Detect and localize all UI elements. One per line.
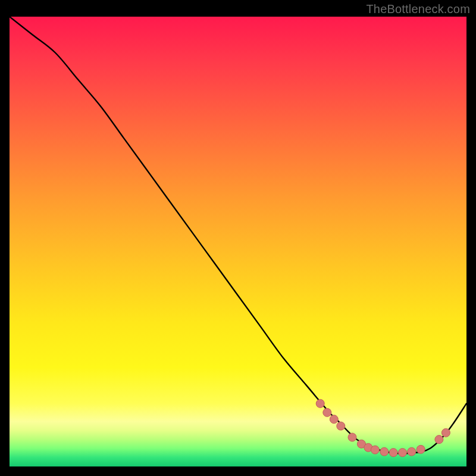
watermark-text: TheBottleneck.com	[366, 2, 470, 16]
bottleneck-curve	[10, 17, 466, 453]
curve-marker	[316, 399, 324, 408]
curve-marker	[408, 447, 416, 456]
curve-marker	[380, 447, 389, 456]
curve-marker	[389, 449, 397, 457]
curve-marker	[337, 422, 345, 430]
curve-marker	[330, 415, 338, 424]
curve-marker	[371, 446, 379, 454]
gradient-plot-area	[10, 17, 466, 466]
curve-marker	[416, 445, 425, 453]
curve-marker	[323, 408, 331, 416]
curve-marker	[441, 428, 450, 437]
curve-marker	[399, 449, 407, 457]
curve-marker	[348, 433, 356, 441]
chart-frame: TheBottleneck.com	[0, 0, 476, 476]
curve-marker	[435, 436, 443, 444]
curve-overlay	[10, 17, 466, 466]
